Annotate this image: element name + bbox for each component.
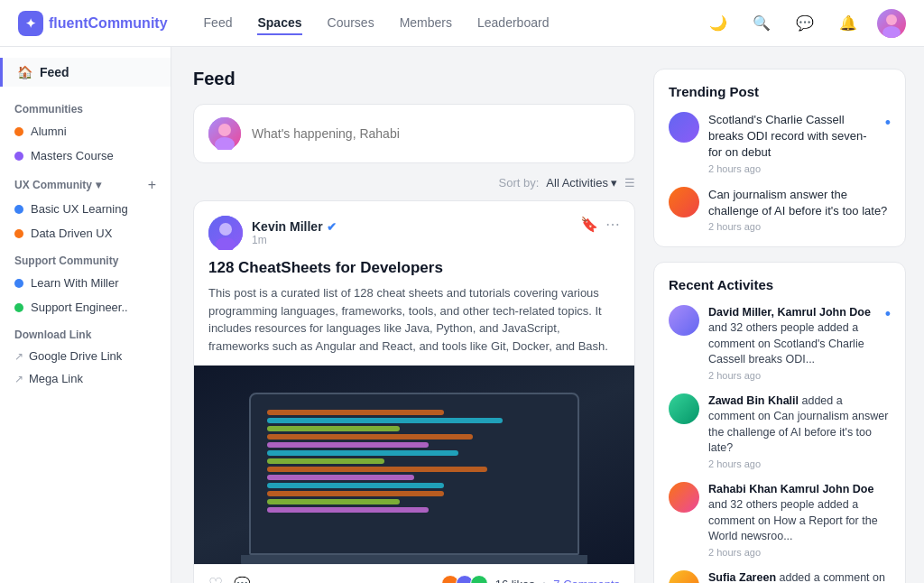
data-driven-label: Data Driven UX: [31, 227, 112, 240]
post-composer[interactable]: [193, 104, 635, 163]
recent-avatar-4: [669, 570, 699, 583]
recent-activities-title: Recent Activites: [669, 277, 891, 292]
trending-item-2: Can journalism answer the challenge of A…: [669, 187, 891, 232]
sidebar-item-basic-ux[interactable]: Basic UX Learning: [0, 197, 171, 221]
svg-point-1: [882, 26, 901, 38]
sidebar-item-data-driven-ux[interactable]: Data Driven UX: [0, 221, 171, 245]
home-icon: 🏠: [17, 65, 32, 79]
recent-text-3: Rahabi Khan Kamrul John Doe and 32 other…: [708, 482, 891, 545]
feed-area: Feed Sort by: All Activities ▾ ☰: [193, 69, 635, 583]
messages-button[interactable]: 💬: [790, 9, 819, 38]
recent-time-1: 2 hours ago: [708, 370, 876, 381]
alumni-label: Alumni: [31, 125, 67, 138]
brand-logo[interactable]: ✦ fluentCommunity: [18, 11, 168, 36]
add-community-button[interactable]: +: [148, 177, 156, 193]
comment-count[interactable]: 7 Comments: [553, 578, 620, 584]
external-link-icon-2: ↗: [14, 373, 23, 385]
basic-ux-label: Basic UX Learning: [31, 202, 128, 216]
sidebar-item-masters-course[interactable]: Masters Course: [0, 143, 171, 168]
post-stats: 16 likes • 7 Comments: [441, 575, 620, 583]
support-community-label: Support Community: [0, 245, 171, 271]
alumni-dot: [14, 127, 23, 136]
recent-avatar-2: [669, 393, 699, 424]
data-driven-dot: [14, 229, 23, 238]
sort-view-toggle[interactable]: ☰: [624, 176, 635, 190]
comment-button[interactable]: 💬: [234, 576, 251, 583]
recent-time-2: 2 hours ago: [708, 458, 891, 469]
verified-icon: ✔: [327, 220, 337, 234]
code-display: [267, 410, 561, 537]
composer-avatar: [208, 117, 241, 150]
sort-bar: Sort by: All Activities ▾ ☰: [193, 176, 635, 190]
sidebar-item-support-engineer[interactable]: Support Engineer..: [0, 295, 171, 319]
recent-dot-1: •: [885, 305, 891, 324]
sort-dropdown[interactable]: All Activities ▾: [546, 176, 617, 190]
sidebar-item-alumni[interactable]: Alumni: [0, 119, 171, 143]
sidebar: 🏠 Feed Communities Alumni Masters Course…: [0, 47, 171, 583]
ux-community-label: UX Community ▾: [14, 179, 101, 191]
like-avatar-3: [470, 575, 488, 583]
dark-mode-toggle[interactable]: 🌙: [704, 9, 733, 38]
recent-text-2: Zawad Bin Khalil added a comment on Can …: [708, 393, 891, 457]
like-avatars: [441, 575, 488, 583]
notifications-button[interactable]: 🔔: [834, 9, 863, 38]
support-eng-dot: [14, 303, 23, 312]
recent-activities-panel: Recent Activites David Miller, Kamrul Jo…: [653, 262, 906, 583]
app-layout: 🏠 Feed Communities Alumni Masters Course…: [0, 47, 924, 583]
support-eng-label: Support Engineer..: [31, 301, 128, 314]
masters-course-label: Masters Course: [31, 149, 114, 162]
post-image: [194, 366, 634, 564]
masters-dot: [14, 152, 23, 161]
nav-courses[interactable]: Courses: [328, 12, 374, 35]
mega-label: Mega Link: [29, 372, 83, 385]
recent-avatar-3: [669, 482, 699, 513]
brand-name: fluentCommunity: [49, 15, 168, 32]
trending-text-2[interactable]: Can journalism answer the challenge of A…: [708, 187, 891, 219]
chevron-down-icon: ▾: [96, 179, 101, 191]
recent-item-4: Sufia Zareen added a comment on Banglade…: [669, 570, 891, 583]
recent-item-2: Zawad Bin Khalil added a comment on Can …: [669, 393, 891, 469]
sidebar-item-learn-with-miller[interactable]: Learn With Miller: [0, 271, 171, 295]
nav-leaderboard[interactable]: Leaderboard: [477, 12, 549, 35]
post-title: 128 CheatSheets for Developers: [194, 259, 634, 284]
recent-text-4: Sufia Zareen added a comment on Banglade…: [708, 570, 891, 583]
recent-content-4: Sufia Zareen added a comment on Banglade…: [708, 570, 891, 583]
lwm-label: Learn With Miller: [31, 276, 119, 290]
nav-spaces[interactable]: Spaces: [257, 12, 301, 35]
trending-indicator-1: •: [885, 114, 891, 133]
trending-text-1[interactable]: Scotland's Charlie Cassell breaks ODI re…: [708, 112, 876, 162]
sidebar-item-feed[interactable]: 🏠 Feed: [0, 58, 171, 87]
communities-section-label: Communities: [0, 94, 171, 119]
post-card: Kevin Miller ✔ 1m 🔖 ⋯ 128 CheatSheets fo…: [193, 200, 635, 583]
bookmark-button[interactable]: 🔖: [580, 216, 598, 233]
nav-feed[interactable]: Feed: [204, 12, 233, 35]
chevron-down-icon: ▾: [611, 176, 617, 190]
sidebar-google-drive-link[interactable]: ↗ Google Drive Link: [0, 345, 171, 367]
more-options-button[interactable]: ⋯: [605, 216, 620, 233]
recent-text-1: David Miller, Kamrul John Doe and 32 oth…: [708, 305, 876, 368]
svg-point-0: [886, 14, 897, 25]
trending-time-1: 2 hours ago: [708, 163, 876, 174]
like-button[interactable]: ♡: [208, 574, 223, 583]
search-button[interactable]: 🔍: [747, 9, 776, 38]
trending-panel: Trending Post Scotland's Charlie Cassell…: [653, 69, 906, 247]
recent-avatar-1: [669, 305, 699, 336]
sidebar-mega-link[interactable]: ↗ Mega Link: [0, 367, 171, 390]
post-author-info: Kevin Miller ✔ 1m: [252, 219, 337, 246]
post-reactions: ♡ 💬: [208, 574, 251, 583]
basic-ux-dot: [14, 205, 23, 214]
download-link-label: Download Link: [0, 319, 171, 345]
trending-time-2: 2 hours ago: [708, 221, 891, 232]
recent-content-3: Rahabi Khan Kamrul John Doe and 32 other…: [708, 482, 891, 558]
lwm-dot: [14, 279, 23, 288]
trending-content-1: Scotland's Charlie Cassell breaks ODI re…: [708, 112, 876, 174]
recent-content-1: David Miller, Kamrul John Doe and 32 oth…: [708, 305, 876, 381]
composer-input[interactable]: [252, 126, 620, 141]
right-panel: Trending Post Scotland's Charlie Cassell…: [653, 69, 906, 583]
nav-members[interactable]: Members: [400, 12, 452, 35]
nav-icons: 🌙 🔍 💬 🔔: [704, 9, 906, 38]
post-footer: ♡ 💬 16 likes • 7 Comments: [194, 564, 634, 583]
user-avatar[interactable]: [877, 9, 906, 38]
nav-links: Feed Spaces Courses Members Leaderboard: [204, 12, 704, 35]
logo-icon: ✦: [18, 11, 43, 36]
